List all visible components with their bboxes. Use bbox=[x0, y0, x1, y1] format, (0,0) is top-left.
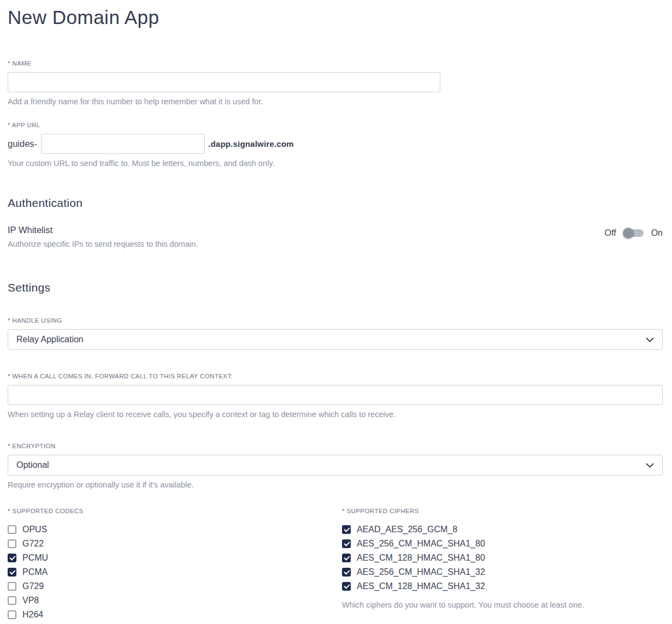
encryption-label: * ENCRYPTION bbox=[8, 443, 663, 449]
app-url-label: * APP URL bbox=[8, 122, 663, 128]
codec-label: PCMU bbox=[22, 553, 48, 563]
handle-using-label: * HANDLE USING bbox=[8, 317, 663, 324]
name-label: * NAME bbox=[8, 60, 663, 67]
encryption-value: Optional bbox=[16, 460, 49, 470]
checkbox-icon[interactable] bbox=[342, 554, 351, 562]
checkbox-icon[interactable] bbox=[342, 539, 351, 548]
codec-option-opus[interactable]: OPUS bbox=[8, 522, 342, 537]
relay-context-input[interactable] bbox=[8, 385, 663, 405]
relay-context-label: * WHEN A CALL COMES IN, FORWARD CALL TO … bbox=[8, 373, 663, 379]
encryption-field-group: * ENCRYPTION Optional Require encryption… bbox=[8, 443, 663, 490]
cipher-option-aes-256-cm-hmac-sha1-32[interactable]: AES_256_CM_HMAC_SHA1_32 bbox=[342, 565, 663, 579]
settings-heading: Settings bbox=[8, 281, 663, 294]
supported-codecs-group: * SUPPORTED CODECS OPUS G722 PCMU PCMA bbox=[8, 508, 342, 624]
app-url-input[interactable] bbox=[41, 134, 205, 154]
codec-label: PCMA bbox=[22, 567, 48, 577]
ip-whitelist-toggle[interactable] bbox=[624, 229, 644, 237]
app-url-field-group: * APP URL guides- .dapp.signalwire.com Y… bbox=[8, 122, 663, 169]
app-url-help: Your custom URL to send traffic to. Must… bbox=[8, 158, 663, 169]
app-url-prefix: guides- bbox=[8, 139, 37, 149]
cipher-label: AES_CM_128_HMAC_SHA1_32 bbox=[357, 581, 485, 591]
chevron-down-icon bbox=[646, 463, 654, 468]
page-title: New Domain App bbox=[8, 5, 663, 29]
toggle-thumb-icon bbox=[623, 228, 634, 239]
ip-whitelist-label: IP Whitelist bbox=[8, 225, 198, 235]
cipher-label: AES_256_CM_HMAC_SHA1_80 bbox=[357, 539, 485, 549]
ip-whitelist-toggle-group: Off On bbox=[605, 228, 663, 238]
supported-ciphers-group: * SUPPORTED CIPHERS AEAD_AES_256_GCM_8 A… bbox=[342, 508, 663, 624]
encryption-select[interactable]: Optional bbox=[8, 455, 663, 476]
codec-label: G722 bbox=[22, 539, 44, 549]
supported-codecs-label: * SUPPORTED CODECS bbox=[8, 508, 342, 514]
codec-option-h264[interactable]: H264 bbox=[8, 608, 342, 622]
codec-label: OPUS bbox=[22, 525, 47, 534]
cipher-option-aes-cm-128-hmac-sha1-32[interactable]: AES_CM_128_HMAC_SHA1_32 bbox=[342, 579, 663, 593]
ip-whitelist-row: IP Whitelist Authorize specific IPs to s… bbox=[8, 225, 663, 249]
cipher-option-aes-256-cm-hmac-sha1-80[interactable]: AES_256_CM_HMAC_SHA1_80 bbox=[342, 537, 663, 551]
checkbox-icon[interactable] bbox=[8, 596, 16, 605]
handle-using-value: Relay Application bbox=[16, 335, 84, 344]
cipher-option-aead-aes-256-gcm-8[interactable]: AEAD_AES_256_GCM_8 bbox=[342, 522, 663, 537]
checkbox-icon[interactable] bbox=[342, 568, 351, 577]
ip-whitelist-help: Authorize specific IPs to send requests … bbox=[8, 239, 198, 249]
checkbox-icon[interactable] bbox=[8, 525, 16, 534]
checkbox-icon[interactable] bbox=[8, 610, 16, 619]
authentication-heading: Authentication bbox=[8, 197, 663, 210]
relay-context-help: When setting up a Relay client to receiv… bbox=[8, 409, 663, 420]
name-input[interactable] bbox=[8, 72, 440, 92]
toggle-off-label: Off bbox=[605, 228, 616, 238]
chevron-down-icon bbox=[646, 337, 654, 342]
checkbox-icon[interactable] bbox=[8, 539, 16, 548]
toggle-on-label: On bbox=[651, 228, 663, 238]
cipher-label: AEAD_AES_256_GCM_8 bbox=[357, 525, 457, 534]
codec-option-g729[interactable]: G729 bbox=[8, 579, 342, 593]
codec-option-pcmu[interactable]: PCMU bbox=[8, 551, 342, 565]
cipher-label: AES_CM_128_HMAC_SHA1_80 bbox=[357, 553, 485, 563]
name-help: Add a friendly name for this number to h… bbox=[8, 97, 663, 107]
ciphers-list: AEAD_AES_256_GCM_8 AES_256_CM_HMAC_SHA1_… bbox=[342, 522, 663, 593]
codec-label: G729 bbox=[22, 581, 44, 591]
app-url-suffix: .dapp.signalwire.com bbox=[208, 139, 294, 148]
supported-ciphers-label: * SUPPORTED CIPHERS bbox=[342, 508, 663, 514]
codec-label: H264 bbox=[22, 610, 43, 620]
ip-whitelist-text: IP Whitelist Authorize specific IPs to s… bbox=[8, 225, 198, 249]
encryption-help: Require encryption or optionally use it … bbox=[8, 480, 663, 490]
checkbox-icon[interactable] bbox=[8, 554, 16, 562]
relay-context-field-group: * WHEN A CALL COMES IN, FORWARD CALL TO … bbox=[8, 373, 663, 420]
checkbox-icon[interactable] bbox=[342, 582, 351, 591]
new-domain-app-page: New Domain App * NAME Add a friendly nam… bbox=[0, 0, 672, 624]
codec-option-g722[interactable]: G722 bbox=[8, 537, 342, 551]
checkbox-icon[interactable] bbox=[8, 568, 16, 577]
name-field-group: * NAME Add a friendly name for this numb… bbox=[8, 60, 663, 107]
cipher-option-aes-cm-128-hmac-sha1-80[interactable]: AES_CM_128_HMAC_SHA1_80 bbox=[342, 551, 663, 565]
checkbox-icon[interactable] bbox=[342, 525, 351, 534]
handle-using-select[interactable]: Relay Application bbox=[8, 329, 663, 350]
handle-using-field-group: * HANDLE USING Relay Application bbox=[8, 317, 663, 350]
ciphers-help: Which ciphers do you want to support. Yo… bbox=[342, 600, 663, 610]
codec-label: VP8 bbox=[22, 596, 39, 605]
codec-option-pcma[interactable]: PCMA bbox=[8, 565, 342, 579]
codecs-list: OPUS G722 PCMU PCMA G729 bbox=[8, 522, 342, 622]
checkbox-icon[interactable] bbox=[8, 582, 16, 591]
codec-option-vp8[interactable]: VP8 bbox=[8, 593, 342, 608]
app-url-row: guides- .dapp.signalwire.com bbox=[8, 134, 663, 154]
codecs-ciphers-columns: * SUPPORTED CODECS OPUS G722 PCMU PCMA bbox=[8, 508, 663, 624]
cipher-label: AES_256_CM_HMAC_SHA1_32 bbox=[357, 567, 485, 577]
